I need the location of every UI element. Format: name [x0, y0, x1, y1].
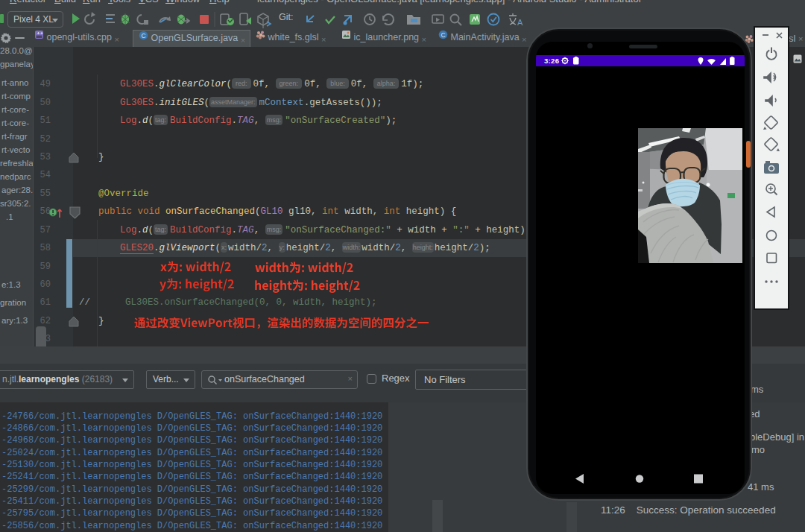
svg-text:A: A — [517, 18, 523, 27]
svg-text:C: C — [142, 32, 146, 39]
svg-text:C: C — [441, 31, 446, 39]
